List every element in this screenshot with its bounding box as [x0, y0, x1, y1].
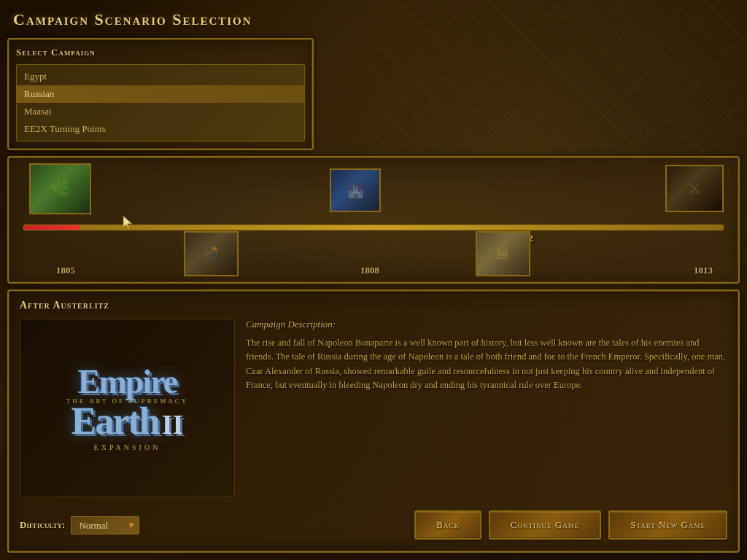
campaign-item-ee2x[interactable]: EE2X Turning Points	[17, 120, 304, 138]
year-label-1813: 1813	[694, 265, 713, 276]
top-section: Select Campaign Egypt Russian Maasai EE2…	[7, 38, 740, 150]
page-title: Campaign Scenario Selection	[7, 7, 740, 32]
cursor-indicator	[122, 214, 135, 228]
difficulty-select-wrapper[interactable]: Easy Normal Hard Very Hard	[71, 516, 139, 534]
logo-empire-text: Empire	[78, 365, 177, 399]
empire-earth-logo: Empire The Art of Supremacy Earth II Exp…	[26, 346, 230, 470]
detail-content: Empire The Art of Supremacy Earth II Exp…	[20, 319, 727, 497]
scenario-name: After Austerlitz	[20, 300, 727, 311]
continue-game-button[interactable]: Continue Game	[489, 510, 601, 540]
back-button[interactable]: Back	[414, 510, 481, 540]
logo-area: Empire The Art of Supremacy Earth II Exp…	[20, 319, 235, 497]
timeline-thumb-1806-bottom[interactable]: 💣	[184, 231, 239, 276]
detail-panel: After Austerlitz Empire The Art of Supre…	[7, 289, 740, 553]
timeline-thumb-1808[interactable]: 🏰	[330, 168, 381, 212]
difficulty-select[interactable]: Easy Normal Hard Very Hard	[71, 516, 139, 534]
year-label-1808: 1808	[360, 265, 379, 276]
select-campaign-header: Select Campaign	[16, 47, 305, 58]
description-area: Campaign Description: The rise and fall …	[246, 319, 727, 497]
logo-earth-text: Earth	[71, 405, 159, 439]
difficulty-section: Difficulty: Easy Normal Hard Very Hard	[20, 516, 139, 534]
campaign-item-maasai[interactable]: Maasai	[17, 103, 304, 120]
year-label-1805: 1805	[56, 265, 75, 276]
select-campaign-panel: Select Campaign Egypt Russian Maasai EE2…	[7, 38, 314, 150]
description-text: The rise and fall of Napoleon Bonaparte …	[246, 336, 727, 393]
campaign-item-egypt[interactable]: Egypt	[17, 68, 304, 85]
main-container: Campaign Scenario Selection Select Campa…	[0, 0, 747, 560]
logo-expansion-text: Expansion	[94, 443, 161, 451]
description-title: Campaign Description:	[246, 319, 727, 330]
timeline-panel: 🌿 🏰 ⚔ 1806 1812 1805 1808 1813 💣	[7, 156, 740, 284]
campaign-item-russian[interactable]: Russian	[17, 85, 304, 103]
timeline-thumb-1813-top[interactable]: ⚔	[665, 165, 724, 212]
logo-numeral-text: II	[162, 408, 184, 440]
timeline-thumb-1805[interactable]: 🌿	[29, 163, 91, 214]
start-new-game-button[interactable]: Start New Game	[608, 510, 727, 540]
difficulty-label: Difficulty:	[20, 519, 65, 531]
bottom-bar: Difficulty: Easy Normal Hard Very Hard B…	[20, 505, 727, 542]
campaign-list: Egypt Russian Maasai EE2X Turning Points	[16, 64, 305, 141]
timeline-progress	[24, 225, 80, 230]
timeline-thumb-1812-bottom[interactable]: 🏛	[476, 231, 530, 276]
